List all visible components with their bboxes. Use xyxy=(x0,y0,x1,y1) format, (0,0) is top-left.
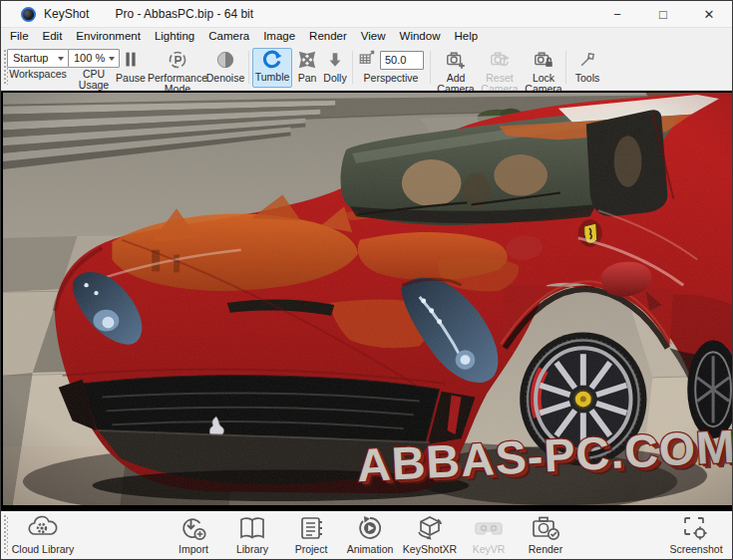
tools-label: Tools xyxy=(569,73,605,84)
dolly-label: Dolly xyxy=(320,73,350,84)
perspective-group: Perspective xyxy=(356,48,426,84)
denoise-button[interactable]: Denoise xyxy=(202,48,248,84)
app-name: KeyShot xyxy=(44,7,89,21)
add-camera-button[interactable]: Add Camera xyxy=(436,48,476,95)
menu-render[interactable]: Render xyxy=(302,28,354,45)
cloud-library-icon xyxy=(0,512,86,543)
toolbar-separator xyxy=(248,51,249,84)
denoise-label: Denoise xyxy=(202,73,248,84)
screenshot-label: Screenshot xyxy=(653,543,733,555)
pan-icon xyxy=(294,48,320,72)
reset-camera-icon xyxy=(478,48,522,72)
workspaces-label: Workspaces xyxy=(7,69,69,80)
toolbar-separator xyxy=(352,51,353,84)
perspective-label: Perspective xyxy=(356,73,426,84)
maximize-button[interactable]: □ xyxy=(640,1,686,28)
document-title: Pro - AbbasPC.bip - 64 bit xyxy=(115,7,253,21)
workspaces-dropdown[interactable]: Startup xyxy=(7,49,69,68)
vignette xyxy=(3,93,732,505)
denoise-icon xyxy=(202,48,248,72)
ferrari-scene: ABBAS-PC.COM ABBAS-PC.COM ABBAS-PC.COM xyxy=(3,93,732,505)
tumble-label: Tumble xyxy=(253,72,291,83)
toolbar-separator xyxy=(430,51,431,84)
main-toolbar: Startup Workspaces 100 % CPU Usage Pause xyxy=(1,45,732,91)
menu-help[interactable]: Help xyxy=(447,28,485,45)
tools-icon xyxy=(569,48,605,72)
menu-camera[interactable]: Camera xyxy=(201,28,256,45)
performance-mode-icon xyxy=(147,48,208,72)
pan-button[interactable]: Pan xyxy=(294,48,320,84)
render-label: Render xyxy=(503,543,588,555)
add-camera-icon xyxy=(436,48,476,72)
menu-image[interactable]: Image xyxy=(256,28,302,45)
keyshot-app-icon xyxy=(21,7,36,22)
tumble-icon xyxy=(253,49,291,71)
pause-label: Pause xyxy=(113,73,149,84)
menu-lighting[interactable]: Lighting xyxy=(148,28,201,45)
minimize-button[interactable]: − xyxy=(594,1,640,28)
dolly-icon xyxy=(320,48,350,72)
workspaces-group: Startup Workspaces xyxy=(7,48,69,80)
dolly-button[interactable]: Dolly xyxy=(320,48,350,84)
menu-environment[interactable]: Environment xyxy=(69,28,148,45)
render-viewport[interactable]: ABBAS-PC.COM ABBAS-PC.COM ABBAS-PC.COM xyxy=(1,91,732,511)
workspaces-value: Startup xyxy=(13,52,48,64)
cloud-library-button[interactable]: Cloud Library xyxy=(0,512,86,558)
bottom-toolbar: Cloud Library Import Library xyxy=(1,511,732,559)
render-button[interactable]: Render xyxy=(503,512,588,558)
pause-button[interactable]: Pause xyxy=(113,48,149,84)
menu-file[interactable]: File xyxy=(3,28,36,45)
menu-edit[interactable]: Edit xyxy=(36,28,70,45)
close-button[interactable]: ✕ xyxy=(686,1,732,28)
performance-mode-button[interactable]: Performance Mode xyxy=(147,48,208,95)
menu-view[interactable]: View xyxy=(354,28,393,45)
tools-button[interactable]: Tools xyxy=(569,48,605,84)
window-controls: − □ ✕ xyxy=(594,1,732,28)
chevron-down-icon xyxy=(58,57,64,61)
screenshot-icon xyxy=(653,512,733,543)
lock-camera-button[interactable]: Lock Camera xyxy=(524,48,563,95)
pan-label: Pan xyxy=(294,73,320,84)
menu-window[interactable]: Window xyxy=(393,28,448,45)
reset-camera-button[interactable]: Reset Camera xyxy=(478,48,522,95)
screenshot-button[interactable]: Screenshot xyxy=(653,512,733,558)
render-icon xyxy=(503,512,588,543)
lock-camera-icon xyxy=(524,48,563,72)
tumble-button[interactable]: Tumble xyxy=(252,48,292,88)
cloud-library-label: Cloud Library xyxy=(0,543,86,555)
cpu-usage-value: 100 % xyxy=(74,52,105,64)
keyshot-window: KeyShot Pro - AbbasPC.bip - 64 bit − □ ✕… xyxy=(0,0,733,560)
perspective-icon xyxy=(358,49,376,71)
pause-icon xyxy=(113,48,149,72)
menu-bar: File Edit Environment Lighting Camera Im… xyxy=(1,28,732,45)
toolbar-separator xyxy=(565,51,566,84)
title-bar: KeyShot Pro - AbbasPC.bip - 64 bit − □ ✕ xyxy=(1,1,732,28)
perspective-input[interactable] xyxy=(380,51,424,70)
